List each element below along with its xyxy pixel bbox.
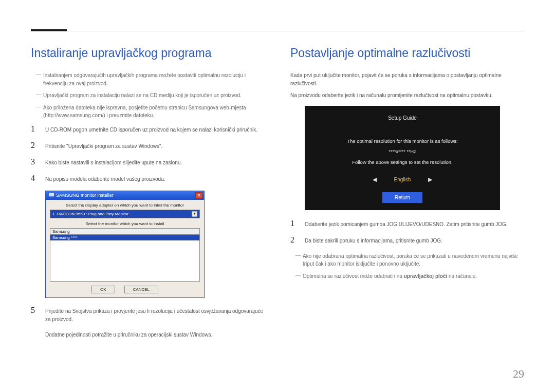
installer-titlebar: SAMSUNG monitor installer × (46, 191, 204, 200)
left-note-2: Upravljački program za instalaciju nalaz… (31, 91, 265, 100)
dropdown-value: 1. RADEON 9550 : Plug and Play Monitor (52, 212, 128, 216)
page-body: Instaliranje upravljačkog programa Insta… (0, 0, 555, 354)
right-step-list: 1 Odaberite jezik pomicanjem gumba JOG U… (290, 219, 524, 245)
right-note-1: Ako nije odabrana optimalna razlučivost,… (290, 252, 524, 268)
installer-label-1: Select the display adapter on which you … (50, 203, 200, 208)
step-number: 1 (31, 125, 38, 133)
step-text: Odaberite jezik pomicanjem gumba JOG ULI… (305, 219, 524, 229)
step-number: 1 (290, 219, 298, 228)
osd-return-button[interactable]: Return (382, 192, 422, 203)
triangle-right-icon[interactable]: ▶ (428, 176, 432, 183)
right-column: Postavljanje optimalne razlučivosti Kada… (290, 26, 524, 339)
osd-language-value: English (394, 177, 411, 182)
left-step-2: 2 Pritisnite "Upravljački program za sus… (31, 141, 265, 151)
osd-resolution-value: ****x**** **Hz (314, 149, 491, 154)
step-text: Na popisu modela odaberite model vašeg p… (45, 174, 265, 183)
chevron-down-icon[interactable]: ▾ (192, 211, 197, 217)
left-step-list-cont: 5 Prijeđite na Svojstva prikaza i provje… (31, 306, 265, 324)
svg-rect-0 (49, 193, 54, 196)
left-after-steps: Dodatne pojedinosti potražite u priručni… (45, 331, 265, 339)
cancel-button[interactable]: CANCEL (124, 286, 158, 293)
installer-title-text: SAMSUNG monitor installer (56, 193, 114, 198)
left-heading: Instaliranje upravljačkog programa (31, 46, 265, 60)
triangle-left-icon[interactable]: ◀ (373, 176, 377, 183)
left-step-list: 1 U CD-ROM pogon umetnite CD isporučen u… (31, 125, 265, 183)
step-text: Prijeđite na Svojstva prikaza i provjeri… (45, 306, 265, 324)
left-note-3: Ako priložena datoteka nije ispravna, po… (31, 104, 265, 120)
step-text: Kako biste nastavili s instalacijom slij… (45, 158, 265, 167)
left-step-1: 1 U CD-ROM pogon umetnite CD isporučen u… (31, 125, 265, 134)
monitor-listbox[interactable]: Samsung Samsung **** (50, 228, 200, 282)
left-step-5: 5 Prijeđite na Svojstva prikaza i provje… (31, 306, 265, 324)
step-number: 2 (290, 236, 298, 244)
installer-body: Select the display adapter on which you … (46, 200, 204, 297)
page-header-rule-accent (31, 29, 67, 31)
installer-title: SAMSUNG monitor installer (49, 193, 114, 198)
osd-panel: Setup Guide The optimal resolution for t… (305, 106, 500, 210)
left-note-1: Instaliranjem odgovarajućih upravljačkih… (31, 71, 265, 87)
installer-window: SAMSUNG monitor installer × Select the d… (45, 191, 205, 298)
left-step-4: 4 Na popisu modela odaberite model vašeg… (31, 174, 265, 183)
right-note-2-suffix: na računalu. (447, 273, 477, 279)
right-step-2: 2 Da biste sakrili poruku s informacijam… (290, 236, 524, 245)
right-step-1: 1 Odaberite jezik pomicanjem gumba JOG U… (290, 219, 524, 229)
right-heading: Postavljanje optimalne razlučivosti (290, 46, 524, 60)
close-icon[interactable]: × (195, 192, 202, 199)
right-intro-2: Na proizvodu odaberite jezik i na računa… (290, 91, 524, 100)
left-step-3: 3 Kako biste nastavili s instalacijom sl… (31, 158, 265, 167)
step-number: 4 (31, 174, 38, 182)
ok-button[interactable]: OK (91, 286, 115, 293)
installer-button-row: OK CANCEL (50, 286, 200, 293)
right-note-2-prefix: Optimalna se razlučivost može odabrati i… (303, 273, 404, 279)
page-number: 29 (513, 367, 524, 381)
list-header: Samsung (50, 229, 199, 235)
list-items: Samsung **** (50, 235, 199, 281)
right-note-2-bold: upravljačkoj ploči (404, 273, 447, 279)
installer-label-2: Select the monitor which you want to ins… (50, 221, 200, 226)
page-header-rule (31, 31, 524, 31)
osd-language-row: ◀ English ▶ (314, 176, 491, 183)
adapter-dropdown[interactable]: 1. RADEON 9550 : Plug and Play Monitor ▾ (50, 210, 200, 218)
step-text: Da biste sakrili poruku s informacijama,… (305, 236, 524, 245)
svg-rect-1 (50, 197, 52, 197)
right-note-2: Optimalna se razlučivost može odabrati i… (290, 272, 524, 281)
step-number: 2 (31, 141, 38, 150)
right-intro-1: Kada prvi put uključite monitor, pojavit… (290, 71, 524, 87)
step-number: 5 (31, 306, 38, 314)
step-text: U CD-ROM pogon umetnite CD isporučen uz … (45, 125, 265, 134)
osd-line-2: Follow the above settings to set the res… (314, 159, 491, 165)
monitor-icon (49, 193, 54, 198)
left-column: Instaliranje upravljačkog programa Insta… (31, 26, 265, 339)
step-number: 3 (31, 158, 38, 166)
osd-line-1: The optimal resolution for this monitor … (314, 138, 491, 144)
list-selected-item[interactable]: Samsung **** (50, 235, 199, 240)
osd-title: Setup Guide (314, 115, 491, 121)
step-text: Pritisnite "Upravljački program za susta… (45, 141, 265, 151)
